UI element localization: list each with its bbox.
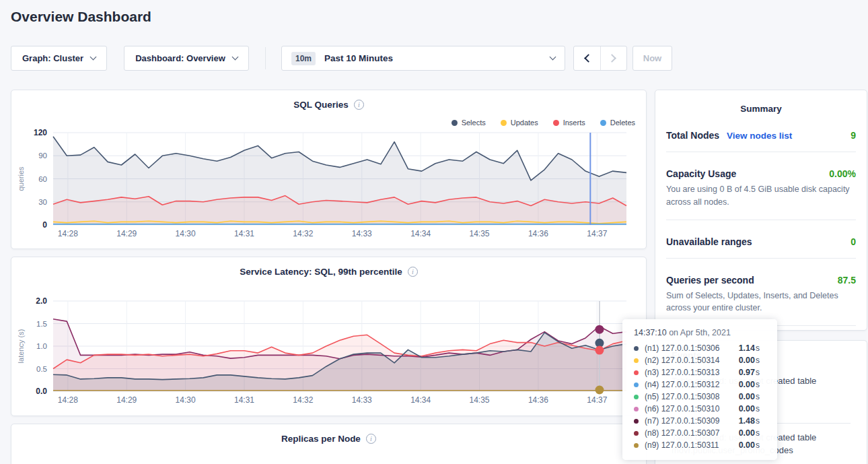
legend-item-inserts[interactable]: Inserts <box>553 119 585 127</box>
time-step-back-button[interactable] <box>574 46 600 70</box>
info-icon[interactable]: i <box>408 267 418 277</box>
tooltip-row-n8: (n8) 127.0.0.1:50307 0.00s <box>634 427 766 439</box>
info-icon[interactable]: i <box>354 100 364 110</box>
summary-row-value: 9 <box>851 130 856 141</box>
summary-title: Summary <box>666 104 856 114</box>
tooltip-row-n5: (n5) 127.0.0.1:50308 0.00s <box>634 391 766 403</box>
svg-text:0: 0 <box>42 220 47 230</box>
tooltip-row-n1: (n1) 127.0.0.1:50306 1.14s <box>634 342 766 354</box>
svg-text:14:28: 14:28 <box>58 229 78 238</box>
summary-row-queries-per-second: Queries per second 87.5 <box>666 275 856 286</box>
node-latency: 0.00s <box>739 380 766 389</box>
legend-label: Deletes <box>610 119 635 127</box>
svg-text:queries: queries <box>17 166 25 191</box>
divider <box>666 258 856 259</box>
node-latency: 1.48s <box>739 416 766 426</box>
svg-text:0.5: 0.5 <box>36 365 47 373</box>
svg-text:14:28: 14:28 <box>58 395 78 405</box>
summary-row-value: 0 <box>851 236 856 247</box>
sql-queries-panel: SQL Queries i Selects Updates Inserts De… <box>11 90 647 249</box>
svg-text:14:31: 14:31 <box>234 395 254 405</box>
svg-text:14:32: 14:32 <box>293 395 313 405</box>
node-address: (n4) 127.0.0.1:50312 <box>645 380 719 389</box>
tooltip-row-n2: (n2) 127.0.0.1:50314 0.00s <box>634 354 766 366</box>
node-latency: 0.00s <box>739 392 766 401</box>
service-latency-chart[interactable]: 0.00.51.01.52.014:2814:2914:3014:3114:32… <box>11 257 646 416</box>
svg-text:14:30: 14:30 <box>176 395 196 405</box>
now-button[interactable]: Now <box>632 46 672 71</box>
time-range-dropdown[interactable]: 10m Past 10 Minutes <box>281 46 565 71</box>
svg-text:14:33: 14:33 <box>352 229 372 238</box>
node-address: (n9) 127.0.0.1:50311 <box>645 440 719 450</box>
series-dot <box>553 120 559 126</box>
time-step-buttons <box>573 46 627 71</box>
series-dot <box>634 346 639 351</box>
dashboard-dropdown[interactable]: Dashboard: Overview <box>124 46 249 71</box>
view-nodes-list-link[interactable]: View nodes list <box>727 131 792 141</box>
legend-item-updates[interactable]: Updates <box>501 119 538 127</box>
graph-dropdown[interactable]: Graph: Cluster <box>11 46 107 71</box>
series-dot <box>634 419 639 424</box>
series-dot <box>634 358 639 363</box>
chevron-down-icon <box>231 54 238 61</box>
legend-label: Selects <box>462 119 486 127</box>
svg-text:14:37: 14:37 <box>587 229 607 238</box>
replicas-per-node-panel: Replicas per Node i <box>11 424 647 464</box>
chevron-down-icon <box>550 54 556 61</box>
svg-text:14:35: 14:35 <box>470 395 490 405</box>
summary-row-label: Queries per second <box>666 275 754 286</box>
svg-text:1.0: 1.0 <box>36 342 47 350</box>
node-address: (n2) 127.0.0.1:50314 <box>645 356 719 365</box>
dashboard-dropdown-label: Dashboard: Overview <box>135 53 225 63</box>
summary-row-label: Total Nodes <box>666 130 719 141</box>
node-latency: 1.14s <box>739 343 766 353</box>
svg-text:14:33: 14:33 <box>352 395 372 405</box>
series-dot <box>501 120 507 126</box>
series-dot <box>634 443 639 448</box>
info-icon[interactable]: i <box>366 434 376 444</box>
svg-text:60: 60 <box>38 175 47 183</box>
series-dot <box>600 120 606 126</box>
svg-text:14:35: 14:35 <box>470 229 490 238</box>
node-latency: 0.00s <box>739 404 766 413</box>
svg-text:14:37: 14:37 <box>587 395 607 405</box>
svg-text:14:36: 14:36 <box>528 229 548 238</box>
time-range-label: Past 10 Minutes <box>324 53 393 63</box>
series-dot <box>634 431 639 436</box>
now-button-label: Now <box>643 53 661 63</box>
tooltip-date: on Apr 5th, 2021 <box>669 328 731 337</box>
chart-title: SQL Queries <box>293 100 349 110</box>
divider <box>666 220 856 220</box>
node-latency: 0.97s <box>739 368 766 377</box>
service-latency-panel: Service Latency: SQL, 99th percentile i … <box>11 257 647 416</box>
tooltip-row-n3: (n3) 127.0.0.1:50313 0.97s <box>634 366 766 378</box>
series-dot <box>634 407 639 411</box>
legend-item-selects[interactable]: Selects <box>451 119 486 127</box>
node-address: (n5) 127.0.0.1:50308 <box>645 392 719 401</box>
chevron-left-icon <box>584 54 593 63</box>
svg-text:14:29: 14:29 <box>116 395 137 405</box>
legend-item-deletes[interactable]: Deletes <box>600 119 635 127</box>
chevron-right-icon <box>608 54 616 63</box>
time-step-forward-button[interactable] <box>600 46 627 70</box>
node-address: (n3) 127.0.0.1:50313 <box>645 368 719 377</box>
summary-row-total-nodes: Total Nodes View nodes list 9 <box>666 130 856 141</box>
svg-text:14:34: 14:34 <box>410 395 431 405</box>
legend-label: Updates <box>511 119 538 127</box>
summary-panel: Summary Total Nodes View nodes list 9 Ca… <box>655 90 867 331</box>
svg-text:14:34: 14:34 <box>410 229 431 238</box>
chart-legend: Selects Updates Inserts Deletes <box>451 119 635 127</box>
summary-row-label: Unavailable ranges <box>666 236 752 247</box>
node-latency: 0.00s <box>739 356 766 365</box>
svg-text:14:32: 14:32 <box>293 229 313 238</box>
chart-title: Service Latency: SQL, 99th percentile <box>240 267 402 277</box>
chart-hover-tooltip: 14:37:10 on Apr 5th, 2021 (n1) 127.0.0.1… <box>622 319 777 460</box>
svg-text:latency (s): latency (s) <box>17 329 25 364</box>
divider <box>666 152 856 152</box>
sql-queries-chart[interactable]: 030609012014:2814:2914:3014:3114:3214:33… <box>11 90 646 248</box>
svg-text:14:36: 14:36 <box>528 395 548 405</box>
tooltip-row-n7: (n7) 127.0.0.1:50309 1.48s <box>634 415 766 427</box>
tooltip-row-n6: (n6) 127.0.0.1:50310 0.00s <box>634 403 766 415</box>
node-address: (n1) 127.0.0.1:50306 <box>645 343 719 353</box>
chevron-down-icon <box>90 54 97 61</box>
